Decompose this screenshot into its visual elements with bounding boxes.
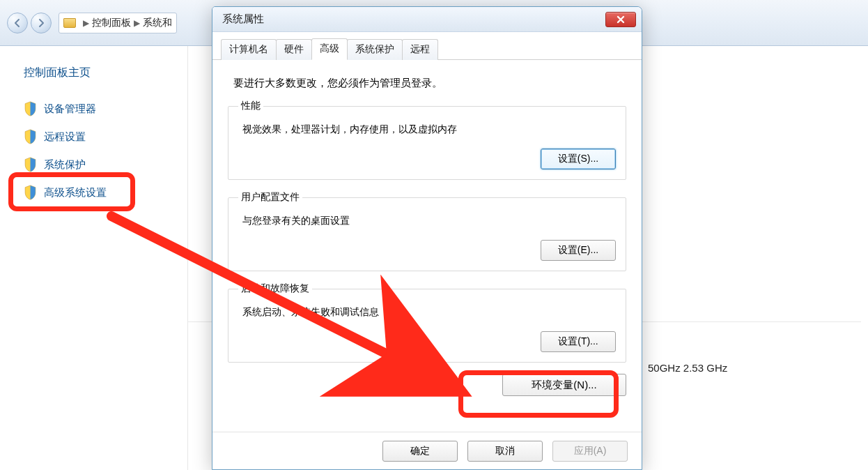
address-bar[interactable]: ▶ 控制面板 ▶ 系统和: [59, 13, 177, 33]
tab-content-advanced: 要进行大多数更改，您必须作为管理员登录。 性能 视觉效果，处理器计划，内存使用，…: [212, 60, 642, 403]
group-startup-recovery: 启动和故障恢复 系统启动、系统失败和调试信息 设置(T)...: [228, 282, 626, 363]
group-legend: 启动和故障恢复: [238, 282, 312, 295]
chevron-right-icon: ▶: [134, 18, 140, 28]
sidebar-item-label: 高级系统设置: [44, 186, 107, 199]
tab-system-protection[interactable]: 系统保护: [347, 39, 403, 60]
sidebar-title: 控制面板主页: [24, 66, 173, 80]
chevron-right-icon: ▶: [83, 18, 89, 28]
sidebar: 控制面板主页 设备管理器 远程设置: [0, 46, 188, 470]
shield-icon: [24, 101, 37, 116]
sidebar-item-advanced-system-settings[interactable]: 高级系统设置: [24, 185, 173, 200]
sidebar-item-label: 设备管理器: [44, 103, 96, 116]
group-desc: 视觉效果，处理器计划，内存使用，以及虚拟内存: [242, 123, 616, 136]
ok-button[interactable]: 确定: [382, 441, 458, 462]
group-performance: 性能 视觉效果，处理器计划，内存使用，以及虚拟内存 设置(S)...: [228, 100, 626, 180]
shield-icon: [24, 185, 37, 200]
performance-settings-button[interactable]: 设置(S)...: [541, 149, 616, 169]
dialog-tabbar: 计算机名 硬件 高级 系统保护 远程: [212, 32, 642, 60]
group-user-profiles: 用户配置文件 与您登录有关的桌面设置 设置(E)...: [228, 191, 626, 271]
tab-remote[interactable]: 远程: [402, 39, 438, 60]
group-desc: 与您登录有关的桌面设置: [242, 215, 616, 227]
sidebar-item-label: 系统保护: [44, 158, 86, 172]
dialog-bottom-bar: 确定 取消 应用(A): [212, 432, 642, 469]
group-legend: 性能: [238, 100, 263, 112]
breadcrumb-item[interactable]: 系统和: [143, 17, 172, 29]
tab-hardware[interactable]: 硬件: [276, 39, 312, 60]
sidebar-item-remote-settings[interactable]: 远程设置: [24, 129, 173, 144]
tab-computer-name[interactable]: 计算机名: [221, 39, 277, 60]
sidebar-item-system-protection[interactable]: 系统保护: [24, 157, 173, 172]
sidebar-item-device-manager[interactable]: 设备管理器: [24, 101, 173, 116]
cpu-info-text: 50GHz 2.53 GHz: [648, 362, 727, 374]
system-properties-dialog: 系统属性 计算机名 硬件 高级 系统保护 远程 要进行大多数更改，您必须作为管理…: [212, 6, 642, 470]
admin-note: 要进行大多数更改，您必须作为管理员登录。: [233, 77, 621, 90]
dialog-titlebar: 系统属性: [212, 7, 642, 32]
shield-icon: [24, 129, 37, 144]
nav-buttons: [7, 13, 52, 33]
tab-advanced[interactable]: 高级: [311, 38, 348, 60]
shield-icon: [24, 157, 37, 172]
environment-variables-button[interactable]: 环境变量(N)...: [502, 374, 626, 396]
group-desc: 系统启动、系统失败和调试信息: [242, 306, 616, 319]
breadcrumb-item[interactable]: 控制面板: [92, 17, 131, 29]
apply-button[interactable]: 应用(A): [552, 441, 628, 462]
folder-icon: [63, 18, 76, 28]
cancel-button[interactable]: 取消: [467, 441, 543, 462]
back-button[interactable]: [7, 13, 28, 33]
startup-settings-button[interactable]: 设置(T)...: [541, 331, 616, 352]
sidebar-item-label: 远程设置: [44, 130, 86, 144]
dialog-title: 系统属性: [222, 13, 605, 26]
close-button[interactable]: [605, 12, 636, 27]
group-legend: 用户配置文件: [238, 191, 302, 204]
forward-button[interactable]: [31, 13, 52, 33]
profiles-settings-button[interactable]: 设置(E)...: [541, 240, 616, 261]
